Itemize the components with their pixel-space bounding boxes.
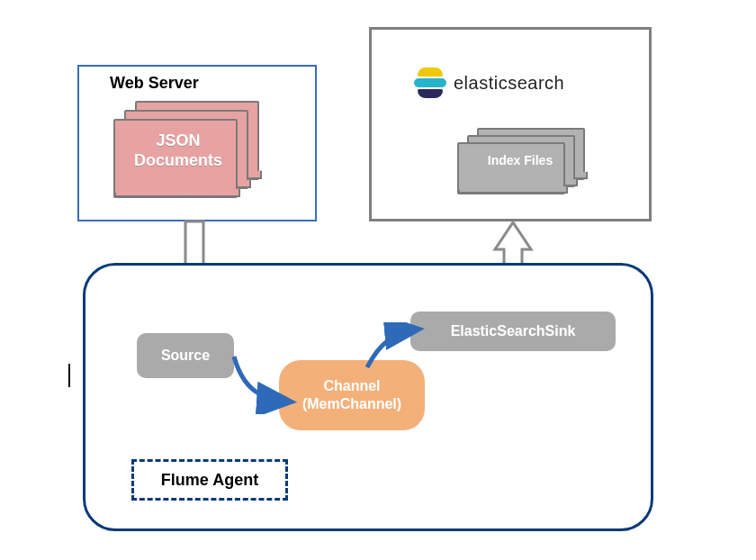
flume-agent-label-box: Flume Agent <box>131 459 288 501</box>
diagram-canvas: Web Server JSON Documents elasticsearch … <box>0 0 756 560</box>
source-label: Source <box>161 348 210 364</box>
json-documents-label: JSON Documents <box>115 131 241 170</box>
elasticsearch-logo-text: elasticsearch <box>454 73 564 94</box>
document-icon <box>457 142 565 194</box>
channel-label-line2: (MemChannel) <box>302 396 401 411</box>
text-cursor-icon <box>68 364 70 387</box>
elasticsearch-logo-icon <box>414 68 446 98</box>
index-files-label: Index Files <box>466 153 574 167</box>
source-node: Source <box>137 333 234 378</box>
elasticsearch-logo: elasticsearch <box>414 63 603 103</box>
channel-label: Channel (MemChannel) <box>302 377 401 413</box>
connector-channel-to-sink-icon <box>364 322 427 376</box>
json-label-line1: JSON <box>156 131 200 149</box>
sink-label: ElasticSearchSink <box>451 323 576 339</box>
sink-node: ElasticSearchSink <box>410 312 616 351</box>
json-label-line2: Documents <box>134 151 222 169</box>
webserver-title: Web Server <box>110 74 199 93</box>
flume-agent-label: Flume Agent <box>161 471 258 490</box>
connector-source-to-channel-icon <box>229 351 301 414</box>
channel-label-line1: Channel <box>323 378 380 393</box>
